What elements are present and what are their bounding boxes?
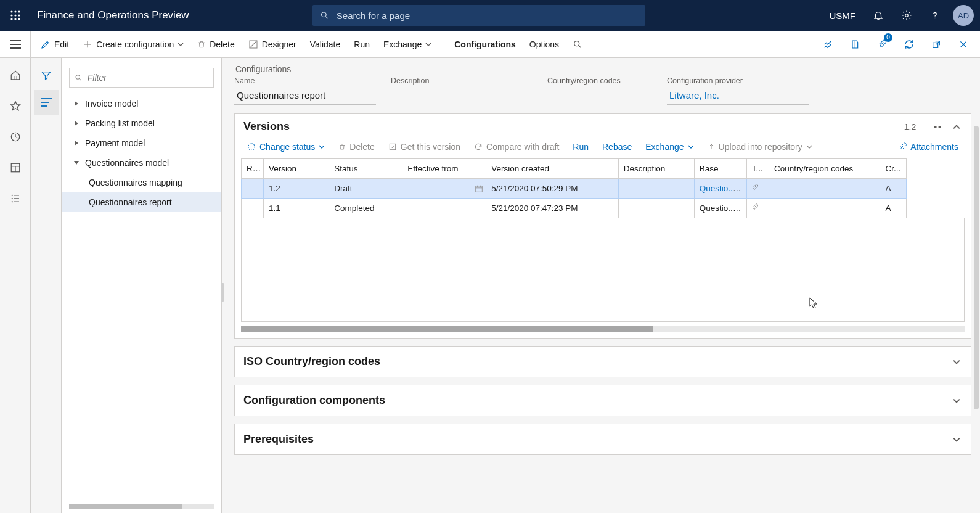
prereq-header[interactable]: Prerequisites <box>235 424 971 454</box>
chevron-right-icon[interactable] <box>71 101 81 107</box>
table-cell[interactable]: 5/21/2020 07:47:23 PM <box>486 199 619 218</box>
hamburger-icon[interactable] <box>0 31 31 57</box>
col-created[interactable]: Version created <box>486 159 619 179</box>
validate-button[interactable]: Validate <box>304 31 347 57</box>
col-c[interactable]: Cr... <box>880 159 907 179</box>
star-icon[interactable] <box>3 94 28 118</box>
sidebar-item[interactable]: Questionnaires mapping <box>62 173 221 192</box>
home-icon[interactable] <box>3 63 28 88</box>
modules-icon[interactable] <box>3 186 28 211</box>
table-cell[interactable] <box>769 179 880 199</box>
table-cell[interactable] <box>242 179 264 199</box>
waffle-icon[interactable] <box>0 0 31 31</box>
nav-horizontal-scrollbar[interactable] <box>69 504 214 509</box>
table-row[interactable]: 1.2Draft5/21/2020 07:50:29 PMQuestio... … <box>242 179 907 199</box>
popout-icon[interactable] <box>925 33 948 56</box>
table-cell[interactable] <box>618 199 694 218</box>
versions-more-icon[interactable]: •• <box>934 122 942 132</box>
sidebar-item[interactable]: Invoice model <box>62 94 221 113</box>
sidebar-item[interactable]: Payment model <box>62 133 221 153</box>
attach-icon[interactable]: 0 <box>870 33 894 56</box>
table-cell[interactable] <box>242 199 264 218</box>
chevron-down-icon[interactable] <box>71 160 81 166</box>
exchange-button[interactable]: Exchange <box>377 31 438 57</box>
col-status[interactable]: Status <box>329 159 402 179</box>
close-icon[interactable] <box>952 33 975 56</box>
personalize-icon[interactable] <box>816 33 839 56</box>
list-icon[interactable] <box>34 90 59 115</box>
table-cell[interactable] <box>402 199 486 218</box>
col-t[interactable]: T... <box>746 159 769 179</box>
grid-horizontal-scrollbar[interactable] <box>241 326 965 332</box>
compare-button[interactable]: Compare with draft <box>468 139 565 154</box>
col-base[interactable]: Base <box>694 159 746 179</box>
table-row[interactable]: 1.1Completed5/21/2020 07:47:23 PMQuestio… <box>242 199 907 218</box>
iso-header[interactable]: ISO Country/region codes <box>235 347 971 377</box>
version-exchange-button[interactable]: Exchange <box>639 139 700 154</box>
version-delete-button[interactable]: Delete <box>332 139 380 154</box>
global-search[interactable] <box>312 5 645 26</box>
table-cell[interactable]: 1.1 <box>264 199 329 218</box>
sidebar-item[interactable]: Questionnaires report <box>62 192 221 212</box>
table-cell[interactable] <box>402 179 486 199</box>
global-search-input[interactable] <box>335 10 638 22</box>
col-version[interactable]: Version <box>264 159 329 179</box>
nav-filter[interactable] <box>69 68 214 88</box>
col-description[interactable]: Description <box>618 159 694 179</box>
name-value[interactable]: Questionnaires report <box>234 88 376 105</box>
delete-button[interactable]: Delete <box>191 31 240 57</box>
table-cell[interactable] <box>746 199 769 218</box>
run-button[interactable]: Run <box>348 31 376 57</box>
designer-icon <box>248 39 258 49</box>
options-tab[interactable]: Options <box>523 31 565 57</box>
col-country[interactable]: Country/region codes <box>769 159 880 179</box>
col-effective[interactable]: Effective from <box>402 159 486 179</box>
action-search-button[interactable] <box>566 31 589 57</box>
chevron-right-icon[interactable] <box>71 140 81 146</box>
sidebar-item[interactable]: Questionnaires model <box>62 153 221 173</box>
company-code[interactable]: USMF <box>821 10 865 21</box>
designer-button[interactable]: Designer <box>242 31 303 57</box>
table-cell[interactable]: A <box>880 179 907 199</box>
upload-button[interactable]: Upload into repository <box>701 139 819 154</box>
sidebar-item[interactable]: Packing list model <box>62 113 221 133</box>
versions-grid[interactable]: R... Version Status Effective from Versi… <box>241 158 965 218</box>
table-cell[interactable]: A <box>880 199 907 218</box>
create-button[interactable]: Create configuration <box>76 31 190 57</box>
rebase-button[interactable]: Rebase <box>596 139 638 154</box>
workspaces-icon[interactable] <box>3 155 28 180</box>
filter-icon[interactable] <box>34 63 59 88</box>
col-r[interactable]: R... <box>242 159 264 179</box>
table-cell[interactable] <box>746 179 769 199</box>
bell-icon[interactable] <box>864 0 892 31</box>
table-cell[interactable]: 1.2 <box>264 179 329 199</box>
components-header[interactable]: Configuration components <box>235 385 971 416</box>
get-version-button[interactable]: Get this version <box>382 139 467 154</box>
recent-icon[interactable] <box>3 125 28 149</box>
country-value[interactable] <box>547 88 652 102</box>
table-cell[interactable]: Draft <box>329 179 402 199</box>
table-cell[interactable]: Questio... 1 <box>694 199 746 218</box>
provider-value[interactable]: Litware, Inc. <box>667 88 809 105</box>
table-cell[interactable] <box>769 199 880 218</box>
office-icon[interactable] <box>843 33 867 56</box>
change-status-button[interactable]: Change status <box>241 139 331 154</box>
gear-icon[interactable] <box>892 0 921 31</box>
nav-filter-input[interactable] <box>86 72 208 83</box>
version-run-button[interactable]: Run <box>566 139 595 154</box>
edit-button[interactable]: Edit <box>35 31 75 57</box>
table-cell[interactable]: Completed <box>329 199 402 218</box>
table-cell[interactable]: 5/21/2020 07:50:29 PM <box>486 179 619 199</box>
help-icon[interactable] <box>921 0 949 31</box>
configurations-tab[interactable]: Configurations <box>448 31 522 57</box>
table-cell[interactable] <box>618 179 694 199</box>
description-value[interactable] <box>391 88 533 102</box>
refresh-icon[interactable] <box>897 33 921 56</box>
main-vertical-scrollbar[interactable] <box>974 126 979 409</box>
chevron-right-icon[interactable] <box>71 120 81 126</box>
attachments-button[interactable]: Attachments <box>893 139 965 154</box>
splitter-handle[interactable] <box>221 283 224 302</box>
table-cell[interactable]: Questio... 1 <box>694 179 746 199</box>
chevron-up-icon[interactable] <box>951 121 962 133</box>
avatar[interactable]: AD <box>953 5 974 26</box>
